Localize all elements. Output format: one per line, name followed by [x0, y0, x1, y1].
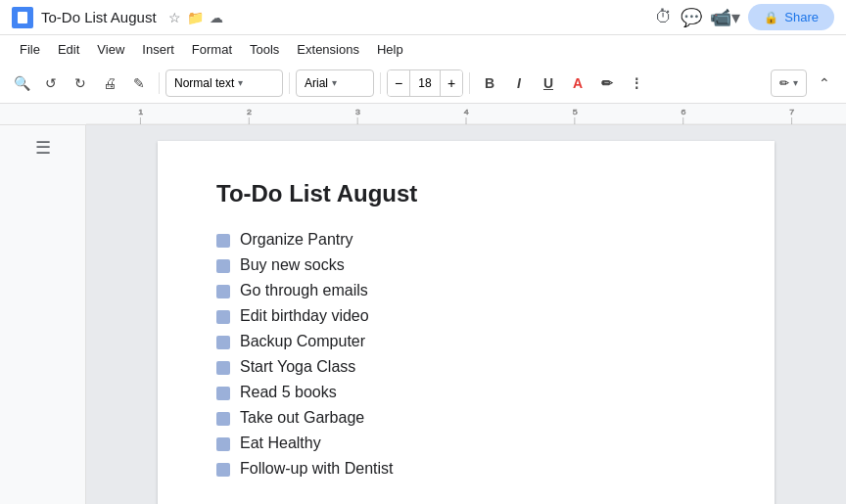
bullet-icon — [216, 361, 230, 375]
list-item-text: Eat Healthy — [240, 435, 321, 452]
style-dropdown-arrow: ▾ — [238, 77, 243, 88]
style-label: Normal text — [174, 76, 234, 90]
share-button[interactable]: 🔒 Share — [748, 4, 834, 30]
share-label: Share — [784, 10, 819, 24]
font-dropdown-arrow: ▾ — [332, 77, 337, 88]
main-area: ☰ To-Do List August Organize PantryBuy n… — [0, 125, 846, 504]
menu-file[interactable]: File — [12, 39, 48, 60]
list-item: Start Yoga Class — [216, 358, 716, 376]
search-button[interactable]: 🔍 — [8, 69, 35, 97]
list-item: Organize Pantry — [216, 231, 716, 249]
list-item: Buy new socks — [216, 256, 716, 274]
outline-icon[interactable]: ☰ — [35, 137, 51, 159]
lock-icon: 🔒 — [764, 11, 778, 24]
menu-extensions[interactable]: Extensions — [289, 39, 367, 60]
svg-text:7: 7 — [789, 107, 794, 115]
menu-help[interactable]: Help — [369, 39, 411, 60]
title-bar: To-Do List August ☆ 📁 ☁ ⏱ 💬 📹▾ 🔒 Share — [0, 0, 846, 35]
comment-icon[interactable]: 💬 — [681, 7, 702, 28]
bullet-icon — [216, 412, 230, 426]
bullet-icon — [216, 310, 230, 324]
undo-button[interactable]: ↺ — [37, 69, 65, 97]
todo-list: Organize PantryBuy new socksGo through e… — [216, 231, 716, 478]
list-item-text: Edit birthday video — [240, 307, 369, 325]
menu-edit[interactable]: Edit — [50, 39, 87, 60]
menu-view[interactable]: View — [89, 39, 132, 60]
bullet-icon — [216, 234, 230, 248]
list-item: Go through emails — [216, 282, 716, 299]
italic-button[interactable]: I — [505, 69, 533, 97]
bold-button[interactable]: B — [476, 69, 503, 97]
ruler: 1 2 3 4 5 6 7 — [0, 104, 846, 125]
separator-4 — [469, 72, 470, 94]
style-dropdown[interactable]: Normal text ▾ — [165, 69, 283, 97]
folder-icon[interactable]: 📁 — [187, 10, 204, 25]
font-size-increase[interactable]: + — [441, 69, 462, 97]
list-item-text: Organize Pantry — [240, 231, 353, 249]
list-item: Take out Garbage — [216, 409, 716, 427]
header-icons: ⏱ 💬 📹▾ — [655, 7, 740, 28]
toolbar: 🔍 ↺ ↻ 🖨 ✎ Normal text ▾ Arial ▾ − + B I … — [0, 63, 846, 104]
text-color-button[interactable]: A — [564, 69, 591, 97]
list-item: Eat Healthy — [216, 435, 716, 452]
menu-bar: File Edit View Insert Format Tools Exten… — [0, 35, 846, 63]
svg-text:5: 5 — [573, 107, 578, 115]
paint-format-button[interactable]: ✎ — [125, 69, 153, 97]
svg-text:1: 1 — [138, 107, 143, 115]
list-item-text: Follow-up with Dentist — [240, 460, 394, 478]
list-item: Edit birthday video — [216, 307, 716, 325]
font-size-control: − + — [387, 69, 463, 97]
video-icon[interactable]: 📹▾ — [710, 7, 740, 28]
font-size-input[interactable] — [409, 69, 441, 97]
title-icons: ☆ 📁 ☁ — [168, 10, 223, 25]
doc-area: To-Do List August Organize PantryBuy new… — [86, 125, 846, 504]
doc-title: To-Do List August — [41, 9, 157, 25]
font-size-decrease[interactable]: − — [388, 69, 409, 97]
doc-title-text: To-Do List August — [216, 180, 716, 207]
list-item: Follow-up with Dentist — [216, 460, 716, 478]
list-item-text: Take out Garbage — [240, 409, 364, 427]
more-formats-button[interactable]: ⋮ — [623, 69, 650, 97]
list-item: Backup Computer — [216, 333, 716, 350]
collapse-button[interactable]: ⌃ — [811, 69, 838, 97]
svg-text:4: 4 — [464, 107, 469, 115]
editing-mode-button[interactable]: ✏ ▾ — [771, 69, 807, 97]
pencil-icon: ✏ — [779, 76, 789, 90]
underline-button[interactable]: U — [535, 69, 562, 97]
bullet-icon — [216, 387, 230, 400]
star-icon[interactable]: ☆ — [168, 10, 181, 25]
bullet-icon — [216, 336, 230, 349]
list-item-text: Backup Computer — [240, 333, 365, 350]
font-label: Arial — [305, 76, 328, 90]
separator-3 — [380, 72, 381, 94]
separator-1 — [159, 72, 160, 94]
svg-text:6: 6 — [681, 107, 685, 115]
bullet-icon — [216, 259, 230, 273]
cloud-icon[interactable]: ☁ — [210, 10, 223, 25]
list-item-text: Go through emails — [240, 282, 368, 299]
history-icon[interactable]: ⏱ — [655, 7, 673, 27]
print-button[interactable]: 🖨 — [96, 69, 123, 97]
bullet-icon — [216, 437, 230, 451]
bullet-icon — [216, 285, 230, 298]
list-item: Read 5 books — [216, 384, 716, 401]
separator-2 — [289, 72, 290, 94]
list-item-text: Buy new socks — [240, 256, 345, 274]
svg-text:2: 2 — [247, 107, 252, 115]
highlight-button[interactable]: ✏ — [593, 69, 621, 97]
font-dropdown[interactable]: Arial ▾ — [296, 69, 374, 97]
list-item-text: Start Yoga Class — [240, 358, 355, 376]
list-item-text: Read 5 books — [240, 384, 337, 401]
redo-button[interactable]: ↻ — [67, 69, 94, 97]
doc-icon — [12, 7, 33, 28]
svg-text:3: 3 — [355, 107, 360, 115]
sidebar: ☰ — [0, 125, 86, 504]
menu-format[interactable]: Format — [184, 39, 240, 60]
editing-dropdown-arrow: ▾ — [793, 77, 798, 88]
menu-insert[interactable]: Insert — [134, 39, 182, 60]
toolbar-right: ✏ ▾ ⌃ — [771, 69, 838, 97]
doc-page: To-Do List August Organize PantryBuy new… — [158, 141, 775, 504]
menu-tools[interactable]: Tools — [242, 39, 287, 60]
bullet-icon — [216, 463, 230, 477]
